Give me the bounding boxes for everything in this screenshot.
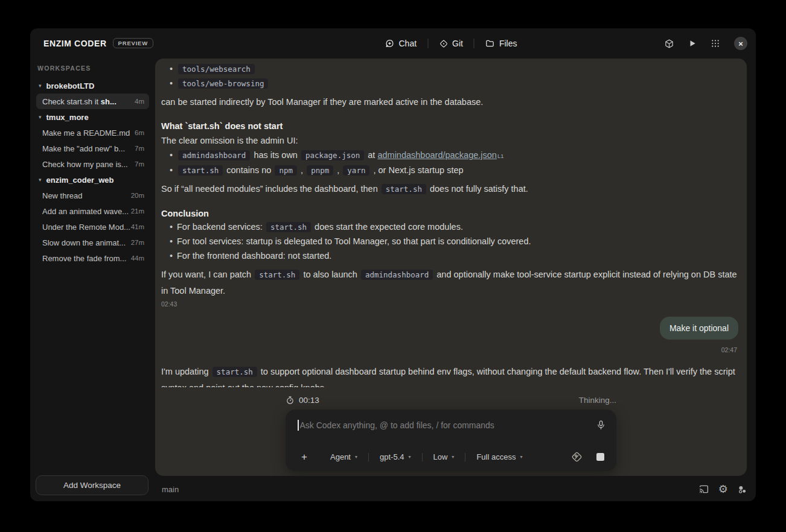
- thread-timestamp: 41m: [131, 223, 144, 230]
- file-link[interactable]: admindashboard/package.json: [377, 150, 497, 160]
- workspace-group-header[interactable]: ▾tmux_more: [36, 109, 149, 125]
- dropdown-full-access[interactable]: Full access▾: [476, 452, 522, 461]
- tab-chat-label: Chat: [398, 39, 417, 48]
- close-icon[interactable]: ×: [734, 37, 747, 50]
- chevron-down-icon: ▾: [408, 454, 411, 460]
- thread-item[interactable]: Under the Remote Mod...41m: [36, 219, 149, 235]
- thread-item[interactable]: Remove the fade from...44m: [36, 250, 149, 266]
- inline-code: pnpm: [307, 165, 333, 176]
- text-run: ,: [298, 165, 305, 175]
- thinking-status: Thinking...: [579, 396, 616, 405]
- inline-code: start.sh: [212, 367, 257, 377]
- text-run: I'm updating: [161, 367, 211, 376]
- dropdown-agent[interactable]: Agent▾: [330, 452, 357, 461]
- paragraph: can be started indirectly by Tool Manage…: [161, 94, 738, 110]
- inline-code: start.sh: [382, 184, 426, 194]
- text-run: ,: [334, 165, 342, 175]
- paragraph: I'm updating start.sh to support optiona…: [161, 364, 738, 387]
- text-run: contains no: [224, 165, 273, 175]
- dropdown-low[interactable]: Low▾: [433, 452, 455, 461]
- thread-timestamp: 7m: [135, 145, 144, 152]
- thread-timestamp: 27m: [131, 239, 144, 246]
- thread-item[interactable]: New thread20m: [36, 188, 149, 203]
- text-run: has its own: [251, 150, 300, 160]
- input-placeholder: Ask Codex anything, @ to add files, / fo…: [300, 420, 494, 430]
- workspace-group-header[interactable]: ▾brokebotLTD: [36, 78, 149, 93]
- diamond-diff-icon: [570, 451, 583, 463]
- workspace-list: ▾brokebotLTDCheck start.sh it sh...4m▾tm…: [36, 78, 149, 266]
- text-run: to also launch: [301, 270, 360, 279]
- toolbar-divider: [422, 453, 423, 461]
- thread-item[interactable]: Add an animated wave...21m: [36, 203, 149, 219]
- diff-button[interactable]: [570, 451, 583, 463]
- thread-item[interactable]: Slow down the animat...27m: [36, 235, 149, 250]
- timer-value: 00:13: [299, 396, 319, 405]
- chat-bubble-plus-icon: [385, 39, 394, 48]
- chevron-down-icon: ▾: [39, 177, 42, 183]
- workspace-group-header[interactable]: ▾enzim_coder_web: [36, 172, 149, 188]
- inline-code: package.json: [301, 150, 364, 160]
- add-workspace-button[interactable]: Add Workspace: [36, 475, 149, 495]
- thread-title: Make me a README.md: [42, 128, 130, 138]
- inline-code: yarn: [343, 165, 369, 176]
- text-run: at: [365, 150, 377, 160]
- accounts-icon[interactable]: [737, 484, 747, 495]
- git-diamond-icon: [439, 39, 448, 48]
- dropdown-label: gpt-5.4: [380, 452, 404, 461]
- thread-title: Remove the fade from...: [42, 254, 126, 263]
- thread-timestamp: 21m: [131, 207, 144, 215]
- thread-timestamp: 20m: [131, 192, 144, 199]
- bullet-item: tools/web-browsing: [161, 77, 738, 90]
- thread-title: Add an animated wave...: [42, 207, 129, 216]
- thread-item[interactable]: Check start.sh it sh...4m: [36, 93, 149, 109]
- text-cursor: [298, 420, 299, 431]
- bullet-item: start.sh contains no npm , pnpm , yarn ,…: [161, 163, 738, 177]
- inline-code: start.sh: [178, 165, 223, 176]
- tab-git[interactable]: Git: [439, 39, 463, 48]
- bullet-item: For backend services: start.sh does star…: [161, 220, 738, 234]
- sidebar: WORKSPACES ▾brokebotLTDCheck start.sh it…: [30, 59, 155, 501]
- stop-button[interactable]: [596, 453, 604, 461]
- tab-divider: [474, 39, 474, 48]
- tab-chat[interactable]: Chat: [385, 39, 417, 48]
- text-run: does not fully satisfy that.: [427, 184, 528, 194]
- microphone-button[interactable]: [596, 419, 606, 433]
- workspace-name: enzim_coder_web: [46, 176, 114, 185]
- package-icon[interactable]: [664, 39, 674, 49]
- text-run: If you want, I can patch: [161, 270, 254, 279]
- paragraph: If you want, I can patch start.sh to als…: [161, 267, 738, 299]
- brand-row: ENZIM CODER PREVIEW: [43, 38, 153, 48]
- topbar-tabs: Chat Git Files: [385, 28, 517, 59]
- toolbar-divider: [368, 453, 369, 461]
- tab-git-label: Git: [452, 39, 463, 48]
- composer[interactable]: Ask Codex anything, @ to add files, / fo…: [286, 410, 616, 471]
- thread-timestamp: 4m: [135, 98, 144, 105]
- inline-code: tools/web-browsing: [178, 78, 268, 89]
- tab-files[interactable]: Files: [485, 39, 517, 48]
- thread-title-emphasis: sh...: [101, 97, 117, 106]
- bullet-item: admindashboard has its own package.json …: [161, 148, 738, 163]
- play-icon[interactable]: [688, 39, 697, 48]
- timer-row: 00:13 Thinking...: [286, 396, 616, 405]
- inline-code: admindashboard: [178, 150, 250, 160]
- link-reference: L1: [497, 153, 504, 159]
- thread-item[interactable]: Make the "add new" b...7m: [36, 141, 149, 156]
- settings-gear-icon[interactable]: ⚙: [718, 483, 728, 495]
- dropdown-gpt-5-4[interactable]: gpt-5.4▾: [380, 452, 411, 461]
- cast-icon[interactable]: [698, 484, 709, 495]
- bullet-item: tools/websearch: [161, 62, 738, 76]
- text-run: For the frontend dashboard: not started.: [177, 251, 331, 261]
- thread-item[interactable]: Make me a README.md6m: [36, 125, 149, 141]
- text-run: does start the expected core modules.: [312, 222, 463, 232]
- attach-button[interactable]: +: [298, 451, 311, 463]
- message-input[interactable]: Ask Codex anything, @ to add files, / fo…: [298, 420, 589, 431]
- app-title: ENZIM CODER: [43, 39, 107, 48]
- inline-code: start.sh: [255, 270, 299, 280]
- text-run: For tool services: startup is delegated …: [177, 236, 531, 246]
- chat-transcript[interactable]: tools/websearchtools/web-browsing can be…: [155, 59, 747, 387]
- status-icons: ⚙: [698, 483, 747, 495]
- branch-label: main: [162, 485, 179, 494]
- grid-icon[interactable]: [711, 39, 720, 48]
- user-message-bubble: Make it optional: [660, 317, 738, 340]
- thread-item[interactable]: Check how my pane is...7m: [36, 156, 149, 172]
